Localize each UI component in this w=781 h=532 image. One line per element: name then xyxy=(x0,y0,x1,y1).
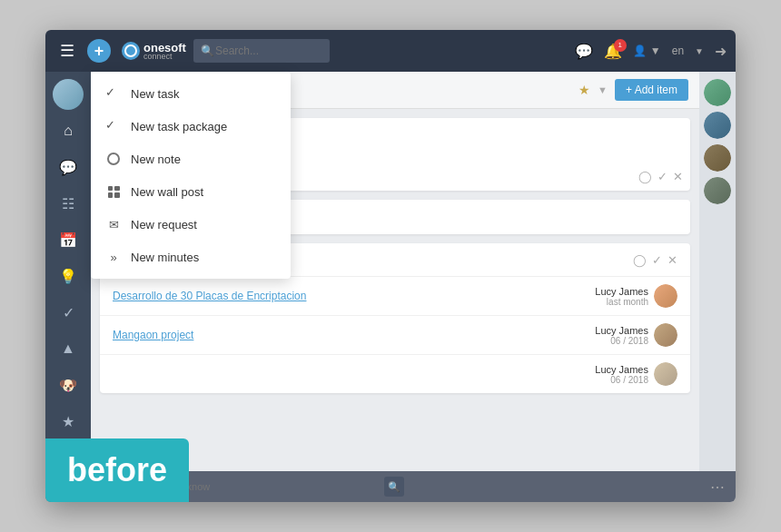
sidebar-item-home[interactable]: ⌂ xyxy=(53,115,84,146)
lm-avatar-1 xyxy=(654,323,677,347)
dropdown-item-new-wall-post[interactable]: New wall post xyxy=(91,175,291,208)
logout-button[interactable]: ➜ xyxy=(715,43,727,60)
widget-check-btn[interactable]: ✓ xyxy=(657,170,667,183)
new-request-label: New request xyxy=(131,218,197,232)
bottombar-more-button[interactable]: ⋯ xyxy=(710,478,725,496)
lm-row-2: Lucy James 06 / 2018 xyxy=(100,355,690,393)
right-avatar-1[interactable] xyxy=(704,112,731,139)
new-wall-post-label: New wall post xyxy=(131,185,203,199)
lm-check-btn[interactable]: ✓ xyxy=(652,253,662,267)
lm-link-0[interactable]: Desarrollo de 30 Placas de Encriptacion xyxy=(113,290,595,302)
last-modified-controls: ◯ ✓ ✕ xyxy=(633,253,677,267)
dropdown-item-new-minutes[interactable]: » New minutes xyxy=(91,241,291,273)
sidebar-item-calendar[interactable]: 📅 xyxy=(53,224,84,255)
user-chevron: ▼ xyxy=(650,44,661,57)
lang-chevron: ▼ xyxy=(695,46,704,56)
language-selector[interactable]: en xyxy=(672,44,684,57)
lm-name-1: Lucy James xyxy=(595,325,648,336)
right-avatar-0[interactable] xyxy=(704,79,731,106)
lm-avatar-2 xyxy=(654,362,677,386)
empty-widget-controls: ◯ ✓ ✕ xyxy=(638,170,683,183)
right-avatar-3[interactable] xyxy=(704,177,731,204)
user-icon: 👤 xyxy=(633,44,647,57)
last-modified-rows: Desarrollo de 30 Placas de Encriptacion … xyxy=(100,277,690,393)
sidebar-avatar[interactable] xyxy=(53,79,84,110)
sidebar-item-chat[interactable]: 💬 xyxy=(53,152,84,182)
star-filter-icon[interactable]: ★ xyxy=(578,83,590,97)
new-note-label: New note xyxy=(131,153,181,166)
lm-link-1[interactable]: Mangaon project xyxy=(113,329,595,341)
search-input[interactable] xyxy=(193,39,330,63)
add-item-button[interactable]: + Add item xyxy=(615,79,688,101)
check-package-icon: ✓ xyxy=(105,118,122,134)
lm-row-1: Mangaon project Lucy James 06 / 2018 xyxy=(100,316,690,355)
circle-icon xyxy=(105,151,122,167)
sidebar-item-person[interactable]: 🐶 xyxy=(53,369,84,400)
sidebar-item-grid[interactable]: ☷ xyxy=(53,188,84,219)
dropdown-item-new-request[interactable]: ✉ New request xyxy=(91,208,291,241)
arrows-icon: » xyxy=(105,249,122,265)
sidebar: ⌂ 💬 ☷ 📅 💡 ✓ ▲ 🐶 ★ xyxy=(45,72,91,471)
lm-date-2: 06 / 2018 xyxy=(595,375,648,385)
notification-badge: 1 xyxy=(614,39,627,52)
sidebar-item-chart[interactable]: ▲ xyxy=(53,333,84,364)
topbar: ☰ + onesoft connect 🔍 💬 🔔 1 👤 ▼ en xyxy=(45,30,736,72)
topbar-icons: 💬 🔔 1 👤 ▼ en ▼ ➜ xyxy=(575,43,727,60)
widget-close-btn[interactable]: ✕ xyxy=(673,170,683,183)
sidebar-item-star[interactable]: ★ xyxy=(53,406,84,437)
lm-circle-btn[interactable]: ◯ xyxy=(633,253,647,267)
lm-info-1: Lucy James 06 / 2018 xyxy=(595,325,648,346)
help-input[interactable] xyxy=(84,481,379,492)
lm-row-0: Desarrollo de 30 Placas de Encriptacion … xyxy=(100,277,690,316)
help-search-button[interactable]: 🔍 xyxy=(384,477,404,497)
dropdown-item-new-task[interactable]: ✓ New task xyxy=(91,77,291,110)
sidebar-item-lightbulb[interactable]: 💡 xyxy=(53,261,84,291)
right-panel xyxy=(699,72,736,471)
lm-user-2: Lucy James 06 / 2018 xyxy=(595,362,677,386)
main-layout: ⌂ 💬 ☷ 📅 💡 ✓ ▲ 🐶 ★ ✓ New task ✓ New task … xyxy=(45,72,736,471)
help-label: Help xyxy=(56,481,78,492)
lm-date-1: 06 / 2018 xyxy=(595,336,648,346)
new-task-label: New task xyxy=(131,87,179,101)
lm-close-btn[interactable]: ✕ xyxy=(667,253,677,267)
app-window: ☰ + onesoft connect 🔍 💬 🔔 1 👤 ▼ en xyxy=(45,30,736,502)
hamburger-button[interactable]: ☰ xyxy=(54,37,80,64)
lm-avatar-0 xyxy=(654,284,677,308)
lm-user-0: Lucy James last month xyxy=(595,284,677,308)
right-avatar-2[interactable] xyxy=(704,144,731,172)
dropdown-item-new-note[interactable]: New note xyxy=(91,143,291,175)
app-logo: onesoft connect xyxy=(122,41,186,61)
bell-icon[interactable]: 🔔 1 xyxy=(604,43,622,60)
inbox-icon: ✉ xyxy=(105,216,122,232)
lm-name-2: Lucy James xyxy=(595,364,648,375)
lm-info-0: Lucy James last month xyxy=(595,286,648,307)
check-icon: ✓ xyxy=(105,85,122,102)
sidebar-item-check[interactable]: ✓ xyxy=(53,297,84,328)
dropdown-menu: ✓ New task ✓ New task package New note N… xyxy=(91,72,291,279)
lm-date-0: last month xyxy=(595,297,648,307)
logo-icon xyxy=(122,42,140,60)
dropdown-item-new-task-package[interactable]: ✓ New task package xyxy=(91,110,291,143)
new-minutes-label: New minutes xyxy=(131,251,199,264)
user-menu[interactable]: 👤 ▼ xyxy=(633,44,661,57)
lm-name-0: Lucy James xyxy=(595,286,648,297)
grid-icon xyxy=(105,183,122,200)
widget-circle-btn[interactable]: ◯ xyxy=(638,170,652,183)
plus-button[interactable]: + xyxy=(87,39,111,63)
filter-icon[interactable]: ▼ xyxy=(598,84,608,95)
chat-icon[interactable]: 💬 xyxy=(575,43,593,60)
bottombar: Help 🔍 ⋯ xyxy=(45,471,736,502)
lm-info-2: Lucy James 06 / 2018 xyxy=(595,364,648,385)
lm-user-1: Lucy James 06 / 2018 xyxy=(595,323,677,347)
new-task-package-label: New task package xyxy=(131,120,227,133)
search-wrap: 🔍 xyxy=(193,39,330,63)
